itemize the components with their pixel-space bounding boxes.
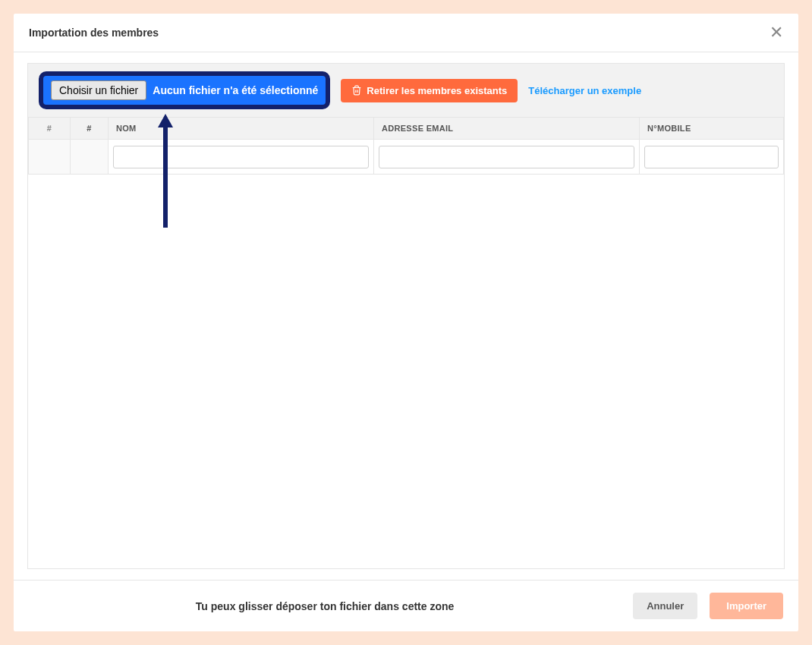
close-icon: ✕ xyxy=(770,23,783,42)
mobile-input[interactable] xyxy=(644,146,779,168)
cancel-button[interactable]: Annuler xyxy=(633,593,697,619)
footer-hint: Tu peux glisser déposer ton fichier dans… xyxy=(29,600,621,612)
download-example-link[interactable]: Télécharger un exemple xyxy=(528,85,641,96)
col-mobile: N°MOBILE xyxy=(640,118,784,140)
modal-footer: Tu peux glisser déposer ton fichier dans… xyxy=(14,580,798,631)
cell-email xyxy=(374,140,640,175)
file-picker-highlight: Choisir un fichier Aucun fichier n'a été… xyxy=(39,71,330,109)
cell-name xyxy=(109,140,374,175)
modal-title: Importation des membres xyxy=(29,27,159,39)
remove-existing-members-button[interactable]: Retirer les membres existants xyxy=(341,79,518,102)
modal-header: Importation des membres ✕ xyxy=(14,14,798,52)
table-area: # # NOM ADRESSE EMAIL N°MOBILE xyxy=(27,117,785,569)
choose-file-button[interactable]: Choisir un fichier xyxy=(51,80,146,100)
col-email: ADRESSE EMAIL xyxy=(374,118,640,140)
file-status-text: Aucun fichier n'a été sélectionné xyxy=(153,84,318,96)
name-input[interactable] xyxy=(113,146,369,168)
col-check: # xyxy=(71,118,109,140)
trash-icon xyxy=(351,85,362,96)
col-name: NOM xyxy=(109,118,374,140)
table-row xyxy=(29,140,784,175)
cell-check xyxy=(71,140,109,175)
toolbar: Choisir un fichier Aucun fichier n'a été… xyxy=(27,63,785,117)
members-table: # # NOM ADRESSE EMAIL N°MOBILE xyxy=(28,117,784,175)
col-row-number: # xyxy=(29,118,71,140)
close-button[interactable]: ✕ xyxy=(770,24,783,41)
cell-mobile xyxy=(640,140,784,175)
import-members-modal: Importation des membres ✕ Choisir un fic… xyxy=(14,14,798,631)
remove-button-label: Retirer les membres existants xyxy=(367,85,507,96)
table-header-row: # # NOM ADRESSE EMAIL N°MOBILE xyxy=(29,118,784,140)
email-input[interactable] xyxy=(379,146,634,168)
import-button[interactable]: Importer xyxy=(710,593,783,619)
modal-body: Choisir un fichier Aucun fichier n'a été… xyxy=(14,52,798,580)
cell-row-number xyxy=(29,140,71,175)
